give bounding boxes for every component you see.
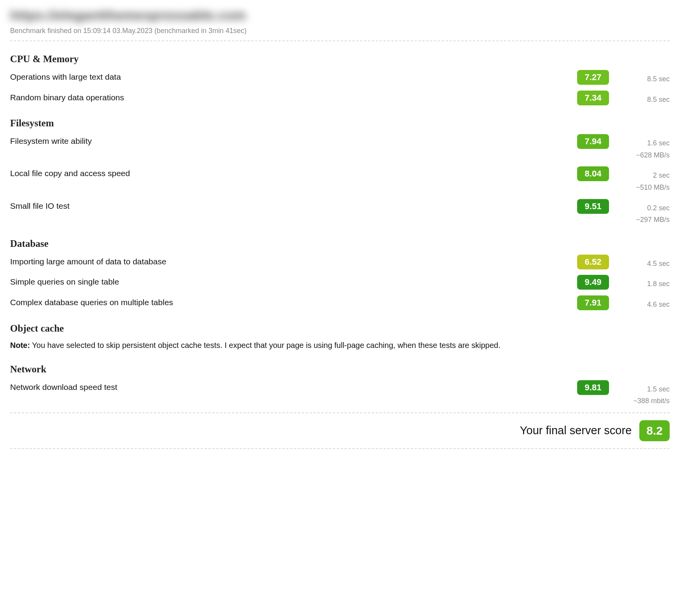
timing-primary: 8.5 sec — [609, 94, 670, 106]
score-badge: 8.04 — [577, 166, 609, 181]
note-prefix: Note: — [10, 341, 30, 349]
timing-secondary: ~388 mbit/s — [609, 395, 670, 407]
benchmark-meta: Benchmark finished on 15:09:14 03.May.20… — [10, 27, 670, 35]
score-badge: 7.27 — [577, 70, 609, 85]
timing: 2 sec~510 MB/s — [609, 166, 670, 193]
timing-secondary: ~297 MB/s — [609, 214, 670, 226]
benchmark-label: Simple queries on single table — [10, 275, 391, 287]
section-title: Filesystem — [10, 118, 670, 129]
score-badge: 7.94 — [577, 134, 609, 149]
timing-primary: 0.2 sec — [609, 202, 670, 214]
timing-secondary: ~628 MB/s — [609, 149, 670, 161]
timing: 1.5 sec~388 mbit/s — [609, 380, 670, 407]
score-wrap: 7.27 — [391, 70, 609, 85]
score-badge: 6.52 — [577, 255, 609, 269]
divider — [10, 448, 670, 449]
score-wrap: 8.04 — [391, 166, 609, 181]
timing: 4.6 sec — [609, 295, 670, 311]
timing-primary: 2 sec — [609, 169, 670, 182]
benchmark-row: Simple queries on single table9.491.8 se… — [10, 275, 670, 290]
note-body: You have selected to skip persistent obj… — [30, 341, 500, 349]
final-score-row: Your final server score 8.2 — [10, 413, 670, 448]
timing: 0.2 sec~297 MB/s — [609, 199, 670, 226]
timing-primary: 1.5 sec — [609, 383, 670, 395]
score-badge: 9.51 — [577, 199, 609, 214]
divider — [10, 40, 670, 41]
benchmark-row: Complex database queries on multiple tab… — [10, 295, 670, 311]
timing-primary: 1.6 sec — [609, 137, 670, 149]
benchmark-sections: CPU & MemoryOperations with large text d… — [10, 54, 670, 407]
score-wrap: 6.52 — [391, 255, 609, 269]
score-wrap: 9.49 — [391, 275, 609, 290]
final-score-label: Your final server score — [520, 424, 632, 437]
score-wrap: 7.91 — [391, 295, 609, 310]
timing-primary: 4.5 sec — [609, 258, 670, 270]
benchmark-row: Operations with large text data7.278.5 s… — [10, 70, 670, 85]
final-score-badge: 8.2 — [639, 420, 670, 441]
benchmark-label: Importing large amount of data to databa… — [10, 255, 391, 266]
benchmark-label: Filesystem write ability — [10, 134, 391, 146]
timing-primary: 4.6 sec — [609, 299, 670, 311]
benchmark-row: Small file IO test9.510.2 sec~297 MB/s — [10, 199, 670, 226]
score-badge: 9.81 — [577, 380, 609, 395]
benchmark-label: Complex database queries on multiple tab… — [10, 295, 391, 307]
section-title: Network — [10, 364, 670, 375]
benchmark-row: Filesystem write ability7.941.6 sec~628 … — [10, 134, 670, 161]
score-badge: 7.34 — [577, 91, 609, 105]
timing-secondary: ~510 MB/s — [609, 182, 670, 194]
benchmark-row: Network download speed test9.811.5 sec~3… — [10, 380, 670, 407]
score-badge: 9.49 — [577, 275, 609, 290]
timing: 8.5 sec — [609, 91, 670, 106]
section-title: Object cache — [10, 323, 670, 334]
benchmark-label: Local file copy and access speed — [10, 166, 391, 178]
section-note: Note: You have selected to skip persiste… — [10, 339, 670, 351]
score-wrap: 7.94 — [391, 134, 609, 149]
site-url-blurred: https://elegantthemespressable.com — [10, 8, 670, 23]
benchmark-row: Importing large amount of data to databa… — [10, 255, 670, 270]
score-wrap: 9.51 — [391, 199, 609, 214]
timing: 8.5 sec — [609, 70, 670, 85]
benchmark-label: Operations with large text data — [10, 70, 391, 82]
score-badge: 7.91 — [577, 295, 609, 310]
benchmark-row: Local file copy and access speed8.042 se… — [10, 166, 670, 193]
timing: 1.8 sec — [609, 275, 670, 290]
score-wrap: 7.34 — [391, 91, 609, 105]
section-title: Database — [10, 238, 670, 249]
benchmark-label: Small file IO test — [10, 199, 391, 211]
benchmark-label: Network download speed test — [10, 380, 391, 392]
benchmark-row: Random binary data operations7.348.5 sec — [10, 91, 670, 106]
score-wrap: 9.81 — [391, 380, 609, 395]
benchmark-label: Random binary data operations — [10, 91, 391, 102]
timing-primary: 1.8 sec — [609, 278, 670, 290]
timing: 4.5 sec — [609, 255, 670, 270]
section-title: CPU & Memory — [10, 54, 670, 65]
timing-primary: 8.5 sec — [609, 73, 670, 85]
timing: 1.6 sec~628 MB/s — [609, 134, 670, 161]
